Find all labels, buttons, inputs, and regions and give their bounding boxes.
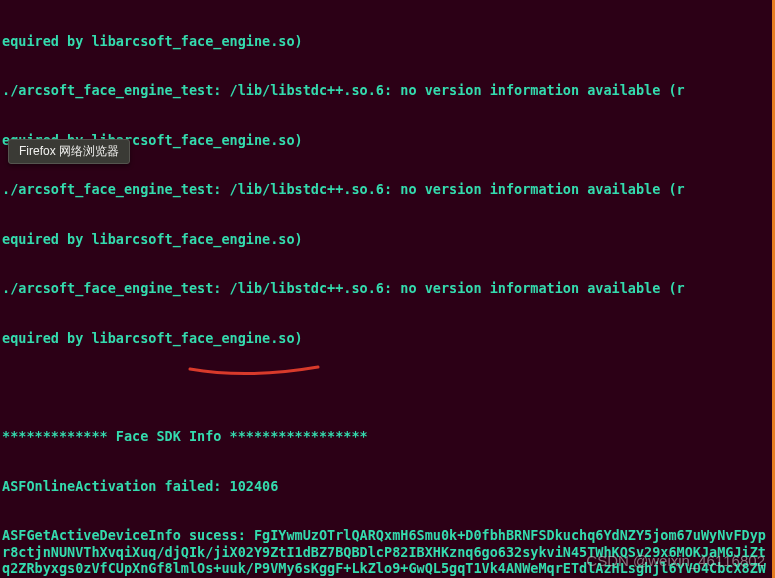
firefox-tooltip: Firefox 网络浏览器 (8, 139, 130, 164)
output-line: ASFOnlineActivation failed: 102406 (2, 478, 773, 495)
csdn-watermark: CSDN @weixin_46116802 (586, 552, 765, 570)
output-line: equired by libarcsoft_face_engine.so) (2, 330, 773, 347)
output-line: ************* Face SDK Info ************… (2, 428, 773, 445)
output-line: equired by libarcsoft_face_engine.so) (2, 231, 773, 248)
output-line (2, 379, 773, 396)
terminal-output: equired by libarcsoft_face_engine.so) ./… (0, 0, 775, 578)
output-line: ./arcsoft_face_engine_test: /lib/libstdc… (2, 181, 773, 198)
output-line: equired by libarcsoft_face_engine.so) (2, 33, 773, 50)
output-line: ./arcsoft_face_engine_test: /lib/libstdc… (2, 280, 773, 297)
tooltip-text: Firefox 网络浏览器 (19, 144, 119, 158)
output-line: ./arcsoft_face_engine_test: /lib/libstdc… (2, 82, 773, 99)
